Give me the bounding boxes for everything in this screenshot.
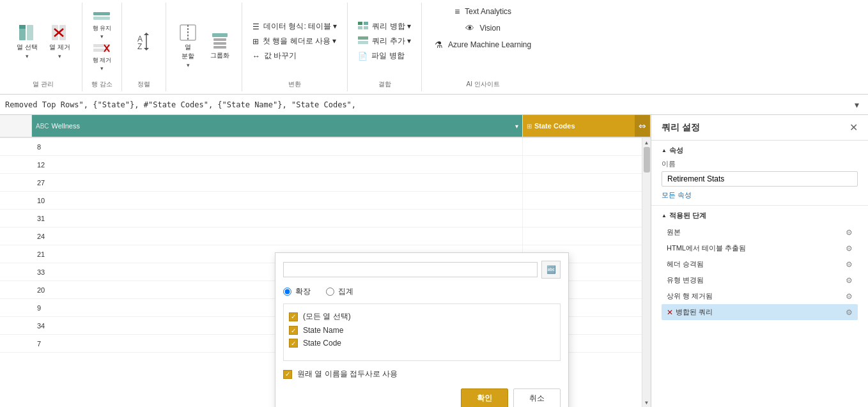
dropdown-sort-button[interactable]: 🔤: [541, 261, 561, 279]
name-label: 이름: [662, 159, 858, 169]
group-split-group: 열분할 ▾ 그룹화: [166, 3, 242, 91]
replace-val-button[interactable]: ↔ 값 바꾸기: [250, 49, 339, 63]
sort-button[interactable]: A Z: [130, 30, 158, 53]
col-wellness-filter-icon[interactable]: ▾: [515, 123, 518, 130]
step-gear-icon[interactable]: ⚙: [846, 276, 853, 285]
scrollbar-up-button[interactable]: ▲: [642, 138, 651, 147]
step-item-html-extract[interactable]: HTML에서 테이블 추출됨 ⚙: [662, 240, 858, 256]
col-select-button[interactable]: 열 선택 ▾: [13, 21, 42, 62]
step-label: 병합된 쿼리: [676, 307, 846, 317]
query-add-button[interactable]: 쿼리 추가 ▾: [355, 35, 414, 48]
check-statename-checkbox[interactable]: ✓: [289, 326, 298, 335]
step-item-top-rows-remove[interactable]: 상위 행 제거됨 ⚙: [662, 288, 858, 304]
radio-aggregate-label[interactable]: 집계: [326, 286, 353, 297]
radio-expand-label[interactable]: 확장: [283, 286, 311, 297]
col-wellness-title: Wellness: [52, 122, 513, 130]
svg-rect-27: [364, 26, 368, 29]
table-row: 31: [0, 210, 651, 227]
step-item-header-promote[interactable]: 헤더 승격됨 ⚙: [662, 256, 858, 272]
check-all-item[interactable]: ✓ (모든 열 선택): [289, 309, 555, 324]
col-remove-icon: [50, 24, 68, 42]
col-wellness-header[interactable]: ABC Wellness ▾: [32, 115, 523, 137]
radio-expand-input[interactable]: [283, 288, 291, 296]
split-col-icon: [179, 24, 197, 42]
file-merge-icon: 📄: [358, 52, 368, 61]
radio-aggregate-input[interactable]: [326, 288, 334, 296]
vision-button[interactable]: 👁 Vision: [463, 22, 502, 35]
col-select-icon: [18, 24, 36, 42]
formula-expand-button[interactable]: ▾: [851, 98, 863, 111]
col-select-label: 열 선택: [17, 43, 38, 52]
check-all-checkbox[interactable]: ✓: [289, 312, 298, 321]
row-remove-button[interactable]: 행 제거 ▾: [90, 42, 114, 73]
svg-rect-29: [358, 41, 368, 44]
file-merge-button[interactable]: 📄 파일 병합: [355, 49, 414, 63]
svg-marker-17: [144, 48, 149, 50]
azure-ml-button[interactable]: ⚗ Azure Machine Learning: [432, 38, 534, 51]
step-gear-icon[interactable]: ⚙: [846, 228, 853, 237]
step-gear-icon[interactable]: ⚙: [846, 244, 853, 253]
svg-rect-1: [27, 25, 33, 40]
split-col-button[interactable]: 열분할 ▾: [174, 21, 202, 71]
svg-rect-23: [213, 46, 226, 49]
group-by-label: 그룹화: [210, 51, 229, 60]
step-gear-icon[interactable]: ⚙: [846, 292, 853, 301]
text-analytics-label: Text Analytics: [465, 7, 511, 16]
formula-input[interactable]: Removed Top Rows", {"State"}, #"State Co…: [5, 100, 846, 109]
dropdown-prefix-row: ✓ 원래 열 이름을 접두사로 사용: [283, 369, 561, 380]
check-statecode-item[interactable]: ✓ State Code: [289, 337, 555, 349]
expand-arrows-icon: ⇔: [639, 121, 646, 131]
group-by-button[interactable]: 그룹화: [206, 29, 234, 63]
group-ai-insight: ≡ Text Analytics 👁 Vision ⚗ Azure Machin…: [422, 3, 544, 91]
step-item-merge-query[interactable]: ✕ 병합된 쿼리 ⚙: [662, 304, 858, 320]
cell-wellness: 8: [32, 138, 523, 155]
data-area: ABC Wellness ▾ ⊞ State Codes ⇔ 8 12: [0, 115, 651, 407]
check-statecode-checkbox[interactable]: ✓: [289, 339, 298, 348]
dropdown-search-input[interactable]: [283, 262, 538, 277]
cell-statecodes: [523, 192, 651, 209]
step-item-type-change[interactable]: 유형 변경됨 ⚙: [662, 272, 858, 288]
group-col-management: 열 선택 ▾ 열 제거 ▾ 열 관리: [5, 3, 82, 91]
col-rownum-header: [0, 115, 32, 137]
col-statecodes-table-icon: ⊞: [527, 123, 532, 130]
file-merge-label: 파일 병합: [371, 50, 404, 61]
replace-val-label: 값 바꾸기: [264, 50, 297, 61]
svg-rect-7: [93, 12, 110, 15]
query-merge-button[interactable]: 쿼리 병합 ▾: [355, 20, 414, 33]
first-row-icon: ⊞: [252, 37, 259, 46]
confirm-button[interactable]: 확인: [461, 388, 508, 407]
query-name-input[interactable]: [662, 171, 858, 187]
query-add-label: 쿼리 추가 ▾: [372, 36, 411, 47]
cell-wellness: 31: [32, 210, 523, 227]
cancel-button[interactable]: 취소: [513, 388, 561, 407]
query-settings-close-button[interactable]: ✕: [849, 121, 858, 134]
query-add-icon: [358, 36, 368, 46]
all-props-link[interactable]: 모든 속성: [662, 191, 692, 199]
scrollbar-thumb[interactable]: [644, 147, 650, 173]
step-gear-icon[interactable]: ⚙: [846, 308, 853, 317]
sort-icon: A Z: [135, 33, 153, 50]
scrollbar-down-button[interactable]: ▼: [642, 398, 651, 407]
check-statename-item[interactable]: ✓ State Name: [289, 324, 555, 337]
col-remove-button[interactable]: 열 제거 ▾: [45, 21, 74, 62]
data-type-button[interactable]: ☰ 데이터 형식: 테이블 ▾: [250, 20, 339, 33]
properties-title: 속성: [662, 146, 858, 155]
step-delete-icon[interactable]: ✕: [667, 308, 673, 317]
main-content: ABC Wellness ▾ ⊞ State Codes ⇔ 8 12: [0, 115, 868, 407]
step-label: 상위 행 제거됨: [667, 291, 846, 301]
steps-list: 원본 ⚙ HTML에서 테이블 추출됨 ⚙ 헤더 승격됨 ⚙ 유형 변경됨 ⚙ …: [662, 224, 858, 320]
first-row-button[interactable]: ⊞ 첫 행을 헤더로 사용 ▾: [250, 35, 339, 48]
sort-az-icon: 🔤: [546, 265, 556, 274]
col-statecodes-header[interactable]: ⊞ State Codes ⇔: [523, 115, 651, 137]
cell-statecodes: [523, 210, 651, 227]
svg-rect-3: [52, 25, 58, 40]
toolbar: 열 선택 ▾ 열 제거 ▾ 열 관리: [0, 0, 868, 95]
col-statecodes-expand-button[interactable]: ⇔: [635, 115, 650, 137]
step-gear-icon[interactable]: ⚙: [846, 260, 853, 269]
row-keep-button[interactable]: 행 유지 ▾: [90, 10, 114, 41]
text-analytics-button[interactable]: ≡ Text Analytics: [452, 5, 514, 18]
step-item-source[interactable]: 원본 ⚙: [662, 224, 858, 240]
cell-wellness: 12: [32, 156, 523, 173]
prefix-checkbox[interactable]: ✓: [283, 370, 292, 379]
table-scrollbar[interactable]: ▲ ▼: [642, 138, 651, 407]
